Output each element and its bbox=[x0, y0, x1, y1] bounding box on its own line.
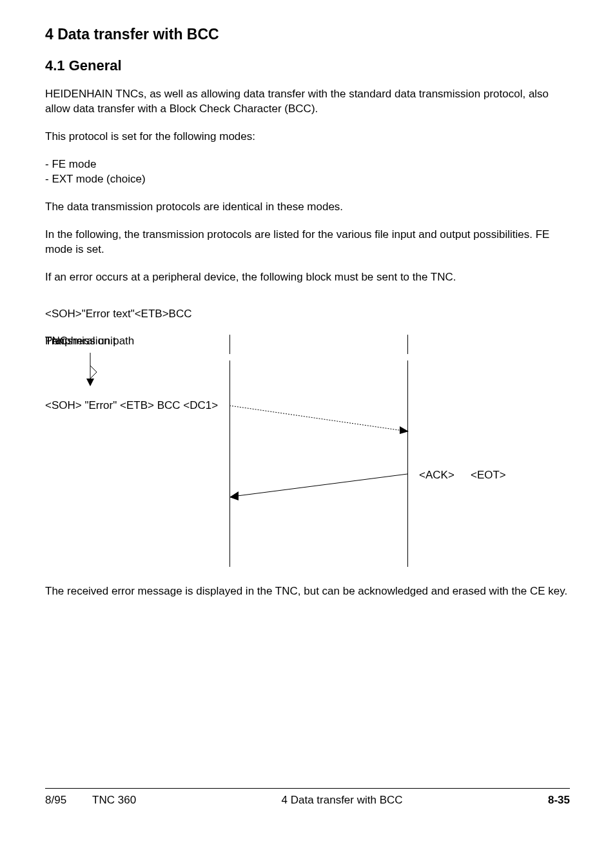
paragraph: This protocol is set for the following m… bbox=[45, 130, 570, 144]
section-heading: 4 Data transfer with BCC bbox=[45, 26, 570, 43]
footer-section: 4 Data transfer with BCC bbox=[282, 794, 403, 807]
code-line: <SOH>"Error text"<ETB>BCC bbox=[45, 307, 570, 322]
paragraph: The data transmission protocols are iden… bbox=[45, 200, 570, 215]
diagram-msg-ack: <ACK> bbox=[419, 469, 454, 482]
arrow-left-icon bbox=[229, 470, 410, 502]
svg-line-2 bbox=[229, 406, 404, 431]
transmission-diagram: Peripheral unit Transmission path TNC <S… bbox=[45, 335, 554, 570]
paragraph: HEIDENHAIN TNCs, as well as allowing dat… bbox=[45, 87, 570, 117]
paragraph: In the following, the transmission proto… bbox=[45, 228, 570, 257]
footer-date: 8/95 bbox=[45, 794, 66, 807]
svg-marker-3 bbox=[400, 426, 409, 434]
svg-marker-1 bbox=[86, 379, 94, 386]
footer-model: TNC 360 bbox=[92, 794, 136, 807]
diagram-col-tnc: TNC bbox=[45, 335, 68, 348]
diagram-msg-error: <SOH> "Error" <ETB> BCC <DC1> bbox=[45, 399, 218, 412]
svg-line-4 bbox=[237, 474, 407, 496]
svg-marker-5 bbox=[229, 491, 239, 500]
footer-page-number: 8-35 bbox=[548, 794, 570, 807]
subsection-heading: 4.1 General bbox=[45, 57, 570, 74]
list-item: - FE mode bbox=[45, 157, 570, 172]
paragraph: The received error message is displayed … bbox=[45, 584, 570, 599]
paragraph: If an error occurs at a peripheral devic… bbox=[45, 270, 570, 285]
arrow-down-icon bbox=[81, 353, 100, 391]
page-footer: 8/95 TNC 360 4 Data transfer with BCC 8-… bbox=[45, 788, 570, 807]
arrow-right-icon bbox=[229, 402, 410, 440]
diagram-msg-eot: <EOT> bbox=[471, 469, 506, 482]
list-item: - EXT mode (choice) bbox=[45, 172, 570, 187]
